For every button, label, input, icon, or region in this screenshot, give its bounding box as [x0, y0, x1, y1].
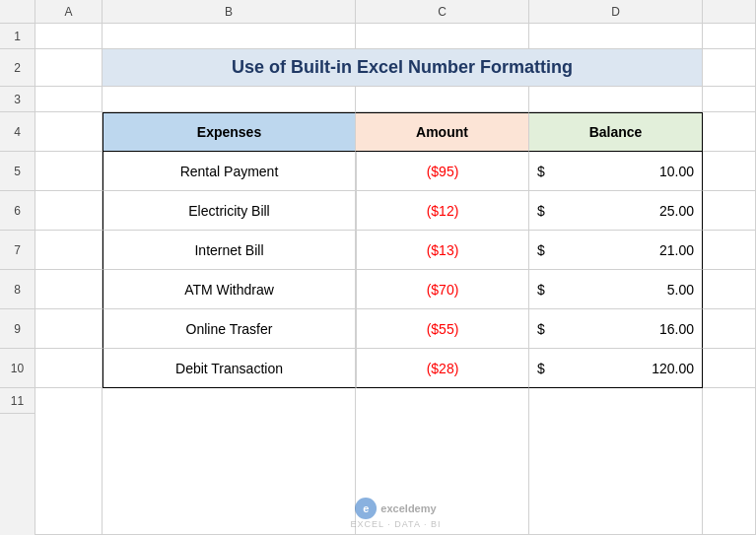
cell-expense-4: Online Trasfer: [103, 309, 356, 349]
watermark-brand: exceldemy: [380, 502, 436, 514]
header-expenses: Expenses: [103, 112, 356, 152]
cell-balance-2: $ 21.00: [529, 231, 703, 270]
row-num-5[interactable]: 5: [0, 152, 34, 191]
row-num-2[interactable]: 2: [0, 49, 34, 87]
cell-a10[interactable]: [35, 349, 103, 388]
cell-a8[interactable]: [35, 270, 103, 309]
cell-c1[interactable]: [356, 24, 529, 49]
cell-e2[interactable]: [703, 49, 756, 87]
cell-e3[interactable]: [703, 87, 756, 112]
title-cell: Use of Built-in Excel Number Formatting: [103, 49, 703, 87]
dollar-0: $: [537, 164, 545, 179]
cell-b11[interactable]: [103, 388, 356, 535]
cell-amount-3: ($70): [356, 270, 529, 309]
cell-a3[interactable]: [35, 87, 103, 112]
grid-body: 1 2 3 4 5 6 7 8 9 10 11 U: [0, 24, 756, 535]
row-num-4[interactable]: 4: [0, 112, 34, 152]
cell-b1[interactable]: [103, 24, 356, 49]
row-8: ATM Withdraw ($70) $ 5.00: [35, 270, 756, 309]
cell-a11[interactable]: [35, 388, 103, 535]
cell-balance-5: $ 120.00: [529, 349, 703, 388]
cell-expense-5: Debit Transaction: [103, 349, 356, 388]
value-5: 120.00: [652, 361, 694, 376]
cell-e10[interactable]: [703, 349, 756, 388]
row-7: Internet Bill ($13) $ 21.00: [35, 231, 756, 270]
col-header-e[interactable]: [703, 0, 756, 23]
cell-a6[interactable]: [35, 191, 103, 231]
cell-balance-1: $ 25.00: [529, 191, 703, 231]
column-headers: A B C D: [0, 0, 756, 24]
row-num-8[interactable]: 8: [0, 270, 34, 309]
row-4-header: Expenses Amount Balance: [35, 112, 756, 152]
cell-a2[interactable]: [35, 49, 103, 87]
watermark-logo: e: [356, 498, 377, 519]
dollar-1: $: [537, 203, 545, 219]
row-1: [35, 24, 756, 49]
row-5: Rental Payment ($95) $ 10.00: [35, 152, 756, 191]
cell-a4[interactable]: [35, 112, 103, 152]
row-num-6[interactable]: 6: [0, 191, 34, 231]
cell-e7[interactable]: [703, 231, 756, 270]
cell-e4[interactable]: [703, 112, 756, 152]
col-header-a[interactable]: A: [35, 0, 103, 23]
value-3: 5.00: [667, 282, 694, 298]
cell-e9[interactable]: [703, 309, 756, 349]
cell-e8[interactable]: [703, 270, 756, 309]
row-3: [35, 87, 756, 112]
cell-e6[interactable]: [703, 191, 756, 231]
watermark-tagline: EXCEL · DATA · BI: [356, 519, 441, 529]
dollar-5: $: [537, 361, 545, 376]
dollar-4: $: [537, 321, 545, 337]
data-area: Use of Built-in Excel Number Formatting …: [35, 24, 756, 535]
cell-expense-0: Rental Payment: [103, 152, 356, 191]
cell-expense-3: ATM Withdraw: [103, 270, 356, 309]
row-6: Electricity Bill ($12) $ 25.00: [35, 191, 756, 231]
value-2: 21.00: [659, 242, 694, 258]
cell-amount-1: ($12): [356, 191, 529, 231]
value-4: 16.00: [659, 321, 694, 337]
cell-d11[interactable]: [529, 388, 703, 535]
dollar-2: $: [537, 242, 545, 258]
row-num-1[interactable]: 1: [0, 24, 34, 49]
cell-c11[interactable]: e exceldemy EXCEL · DATA · BI: [356, 388, 529, 535]
cell-e5[interactable]: [703, 152, 756, 191]
cell-d3[interactable]: [529, 87, 703, 112]
cell-c3[interactable]: [356, 87, 529, 112]
row-10: Debit Transaction ($28) $ 120.00: [35, 349, 756, 388]
cell-b3[interactable]: [103, 87, 356, 112]
cell-expense-2: Internet Bill: [103, 231, 356, 270]
row-num-11[interactable]: 11: [0, 388, 34, 414]
cell-amount-0: ($95): [356, 152, 529, 191]
cell-amount-5: ($28): [356, 349, 529, 388]
cell-e1[interactable]: [703, 24, 756, 49]
row-2: Use of Built-in Excel Number Formatting: [35, 49, 756, 87]
value-1: 25.00: [659, 203, 694, 219]
col-header-d[interactable]: D: [529, 0, 703, 23]
cell-amount-2: ($13): [356, 231, 529, 270]
dollar-3: $: [537, 282, 545, 298]
corner-cell: [0, 0, 35, 23]
cell-balance-4: $ 16.00: [529, 309, 703, 349]
row-num-9[interactable]: 9: [0, 309, 34, 349]
header-amount: Amount: [356, 112, 529, 152]
cell-d1[interactable]: [529, 24, 703, 49]
row-num-7[interactable]: 7: [0, 231, 34, 270]
row-num-10[interactable]: 10: [0, 349, 34, 388]
cell-balance-3: $ 5.00: [529, 270, 703, 309]
header-balance: Balance: [529, 112, 703, 152]
cell-a1[interactable]: [35, 24, 103, 49]
cell-a9[interactable]: [35, 309, 103, 349]
cell-expense-1: Electricity Bill: [103, 191, 356, 231]
value-0: 10.00: [659, 164, 694, 179]
row-9: Online Trasfer ($55) $ 16.00: [35, 309, 756, 349]
spreadsheet: A B C D 1 2 3 4 5 6 7 8 9 10 11: [0, 0, 756, 535]
col-header-c[interactable]: C: [356, 0, 529, 23]
cell-a5[interactable]: [35, 152, 103, 191]
cell-a7[interactable]: [35, 231, 103, 270]
col-header-b[interactable]: B: [103, 0, 356, 23]
watermark: e exceldemy EXCEL · DATA · BI: [356, 498, 441, 529]
cell-e11[interactable]: [703, 388, 756, 535]
cell-balance-0: $ 10.00: [529, 152, 703, 191]
row-numbers: 1 2 3 4 5 6 7 8 9 10 11: [0, 24, 35, 535]
row-num-3[interactable]: 3: [0, 87, 34, 112]
